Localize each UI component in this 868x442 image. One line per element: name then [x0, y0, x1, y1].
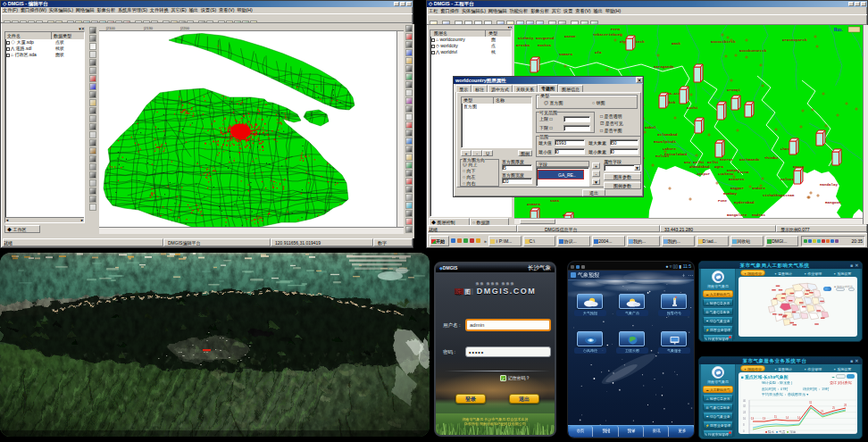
- svg-text:Nizhniy Novgorod: Nizhniy Novgorod: [518, 37, 555, 40]
- svg-text:Rangoon: Rangoon: [825, 201, 841, 204]
- svg-text:13: 13: [763, 417, 766, 421]
- svg-text:Indore: Indore: [752, 187, 766, 190]
- svg-text:Kazan: Kazan: [564, 35, 576, 38]
- svg-text:15: 15: [774, 415, 778, 419]
- svg-text:Ahmadabad: Ahmadabad: [689, 165, 710, 169]
- svg-text:Lucknow: Lucknow: [718, 172, 734, 176]
- svg-text:Meerut: Meerut: [720, 158, 734, 162]
- svg-text:24: 24: [743, 411, 747, 414]
- svg-text:21: 21: [821, 410, 824, 413]
- svg-text:14: 14: [786, 416, 789, 420]
- svg-text:Drusba: Drusba: [516, 44, 530, 47]
- svg-text:Kabul: Kabul: [645, 126, 656, 129]
- svg-text:Delhi: Delhi: [707, 161, 719, 164]
- svg-text:Sana: Sana: [550, 199, 560, 203]
- svg-text:Samara: Samara: [559, 53, 573, 56]
- svg-text:28: 28: [844, 404, 847, 407]
- svg-text:New Delhi: New Delhi: [684, 161, 705, 164]
- svg-text:13: 13: [751, 417, 755, 421]
- svg-text:Benares: Benares: [729, 178, 745, 181]
- svg-text:Patna: Patna: [738, 171, 749, 174]
- svg-text:Bangalore: Bangalore: [727, 213, 747, 217]
- svg-text:Karaganda: Karaganda: [654, 65, 674, 69]
- svg-text:Pune: Pune: [718, 199, 728, 203]
- svg-text:Perm: Perm: [611, 28, 621, 31]
- svg-text:8: 8: [743, 423, 745, 427]
- svg-text:Krasnoyarsk: Krasnoyarsk: [782, 38, 807, 42]
- svg-text:Thimbu: Thimbu: [764, 156, 779, 160]
- svg-text:Kathmandu: Kathmandu: [739, 158, 760, 162]
- svg-text:25: 25: [832, 406, 836, 410]
- svg-text:Omsk: Omsk: [672, 42, 681, 46]
- svg-text:40: 40: [743, 399, 747, 403]
- svg-text:Nagpur: Nagpur: [730, 187, 745, 190]
- svg-text:Vishakhapatnam: Vishakhapatnam: [763, 194, 795, 197]
- svg-text:Moskva: Moskva: [538, 44, 552, 47]
- svg-text:31: 31: [809, 401, 813, 404]
- svg-text:Lahore: Lahore: [663, 147, 677, 151]
- svg-text:Rawalpindi: Rawalpindi: [654, 140, 677, 144]
- svg-text:Urumqi: Urumqi: [727, 88, 741, 92]
- svg-text:14: 14: [797, 416, 801, 420]
- svg-text:Mandalay: Mandalay: [820, 183, 839, 187]
- svg-text:0: 0: [743, 429, 745, 433]
- svg-text:Yekaterinburg: Yekaterinburg: [593, 33, 622, 37]
- svg-text:Bombay: Bombay: [723, 192, 738, 196]
- svg-text:Novokuznetsk: Novokuznetsk: [739, 49, 767, 53]
- svg-text:Jaipur: Jaipur: [697, 172, 711, 176]
- svg-text:Hyderabad: Hyderabad: [734, 201, 755, 204]
- svg-text:Islamabad: Islamabad: [657, 133, 678, 137]
- svg-text:16: 16: [743, 417, 747, 421]
- svg-text:Kashi: Kashi: [687, 106, 698, 110]
- svg-text:Agra: Agra: [714, 165, 724, 169]
- svg-text:Ufa: Ufa: [595, 51, 602, 54]
- svg-text:Faisalabad: Faisalabad: [664, 153, 688, 156]
- svg-text:Rus.: Rus.: [834, 28, 843, 32]
- svg-text:32: 32: [743, 404, 747, 408]
- svg-text:Madras: Madras: [752, 213, 766, 217]
- svg-text:Asmara: Asmara: [527, 203, 541, 206]
